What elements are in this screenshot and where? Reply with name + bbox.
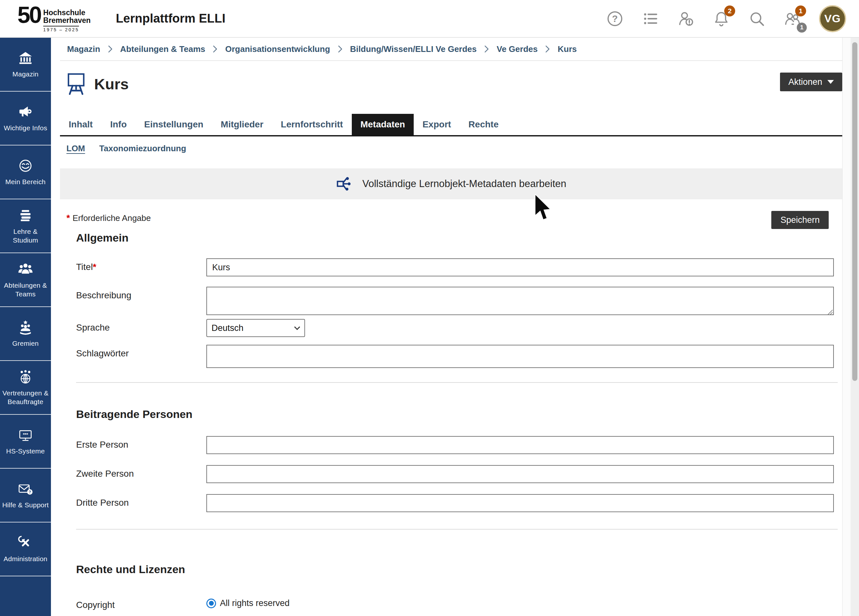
todo-list-icon[interactable] bbox=[642, 10, 659, 27]
logo-line2: Bremerhaven bbox=[43, 17, 91, 25]
allgemein-form: Titel* Beschreibung Sprache Deutsch bbox=[66, 258, 842, 368]
tab-export[interactable]: Export bbox=[414, 114, 460, 135]
logo-line1: Hochschule bbox=[43, 9, 91, 17]
sidebar-item-magazin[interactable]: Magazin bbox=[0, 38, 51, 92]
breadcrumb-link[interactable]: Organisationsentwicklung bbox=[225, 44, 330, 54]
page-title: Kurs bbox=[94, 75, 129, 93]
breadcrumb-link[interactable]: Kurs bbox=[558, 44, 576, 54]
sidebar-item-hilfe-support[interactable]: ? Hilfe & Support bbox=[0, 469, 51, 522]
people-group-icon bbox=[17, 261, 34, 277]
sidebar-item-abteilungen-teams[interactable]: Abteilungen & Teams bbox=[0, 253, 51, 307]
logo-50: 50 bbox=[17, 5, 41, 25]
committee-icon bbox=[17, 319, 34, 335]
books-icon bbox=[17, 207, 34, 224]
breadcrumb-link[interactable]: Abteilungen & Teams bbox=[120, 44, 205, 54]
tools-icon bbox=[17, 535, 34, 551]
form-row-titel: Titel* bbox=[66, 258, 842, 277]
section-divider bbox=[76, 529, 838, 530]
beitragende-form: Erste Person Zweite Person Dritte Person bbox=[66, 436, 842, 512]
header-icon-bar: ? bbox=[606, 5, 859, 32]
contacts-icon[interactable]: 1 1 bbox=[784, 10, 801, 27]
mail-question-icon: ? bbox=[17, 481, 34, 497]
sidebar-item-hs-systeme[interactable]: *** HS-Systeme bbox=[0, 415, 51, 469]
subtab-taxonomiezuordnung[interactable]: Taxonomiezuordnung bbox=[99, 144, 186, 153]
help-icon[interactable]: ? bbox=[606, 10, 624, 27]
required-star: * bbox=[93, 262, 97, 272]
titel-label: Titel* bbox=[66, 258, 206, 272]
tab-info[interactable]: Info bbox=[102, 114, 136, 135]
form-row-dritte-person: Dritte Person bbox=[66, 494, 842, 512]
save-button[interactable]: Speichern bbox=[771, 211, 829, 229]
sprache-label: Sprache bbox=[66, 319, 206, 333]
subtab-lom[interactable]: LOM bbox=[66, 144, 85, 153]
notifications-bell-icon[interactable]: 2 bbox=[712, 10, 730, 27]
tab-mitglieder[interactable]: Mitglieder bbox=[212, 114, 272, 135]
sidebar-item-gremien[interactable]: Gremien bbox=[0, 307, 51, 361]
beschreibung-textarea[interactable] bbox=[206, 287, 834, 315]
smiley-icon bbox=[17, 158, 34, 174]
main-content: Magazin Abteilungen & Teams Organisation… bbox=[51, 38, 842, 616]
university-logo: 50 Hochschule Bremerhaven 1975 – 2025 bbox=[17, 5, 91, 33]
sidebar-item-lehre-studium[interactable]: Lehre & Studium bbox=[0, 199, 51, 253]
tab-metadaten[interactable]: Metadaten bbox=[352, 114, 414, 135]
section-heading-beitragende: Beitragende Personen bbox=[76, 408, 842, 421]
dritte-person-input[interactable] bbox=[206, 494, 834, 512]
copyright-label: Copyright bbox=[66, 596, 206, 610]
titel-input[interactable] bbox=[206, 258, 834, 277]
schlagwoerter-input[interactable] bbox=[206, 345, 834, 368]
actions-button[interactable]: Aktionen bbox=[780, 73, 842, 91]
app-title: Lernplattform ELLI bbox=[116, 12, 225, 25]
required-note: Erforderliche Angabe bbox=[73, 213, 151, 223]
form-row-beschreibung: Beschreibung bbox=[66, 287, 842, 316]
banner-label: Vollständige Lernobjekt-Metadaten bearbe… bbox=[362, 178, 567, 190]
avatar[interactable]: VG bbox=[819, 5, 846, 32]
form-row-schlagwoerter: Schlagwörter bbox=[66, 345, 842, 368]
user-alert-icon[interactable] bbox=[677, 10, 695, 27]
logo-years: 1975 – 2025 bbox=[43, 26, 79, 32]
sidebar: Magazin Wichtige Infos Mein Bereich Lehr… bbox=[0, 38, 51, 616]
svg-text:?: ? bbox=[29, 490, 31, 494]
form-row-sprache: Sprache Deutsch bbox=[66, 319, 842, 337]
course-easel-icon bbox=[66, 73, 86, 95]
copyright-radio[interactable] bbox=[206, 599, 216, 608]
tab-rechte[interactable]: Rechte bbox=[460, 114, 507, 135]
breadcrumb: Magazin Abteilungen & Teams Organisation… bbox=[60, 38, 842, 61]
monitor-icon: *** bbox=[17, 427, 34, 443]
required-star: * bbox=[66, 213, 70, 223]
erste-person-input[interactable] bbox=[206, 436, 834, 454]
sprache-select[interactable]: Deutsch bbox=[206, 319, 305, 337]
dritte-person-label: Dritte Person bbox=[66, 494, 206, 508]
sidebar-item-administration[interactable]: Administration bbox=[0, 522, 51, 576]
chevron-right-icon bbox=[484, 45, 489, 53]
megaphone-icon bbox=[17, 104, 34, 120]
tab-einstellungen[interactable]: Einstellungen bbox=[136, 114, 212, 135]
scrollbar-thumb[interactable] bbox=[852, 42, 857, 381]
scrollbar-strip bbox=[842, 38, 859, 616]
copyright-option-label: All rights reserved bbox=[220, 598, 290, 608]
sidebar-item-mein-bereich[interactable]: Mein Bereich bbox=[0, 145, 51, 199]
svg-text:***: *** bbox=[23, 433, 28, 437]
page: 50 Hochschule Bremerhaven 1975 – 2025 Le… bbox=[0, 0, 859, 616]
beschreibung-label: Beschreibung bbox=[66, 287, 206, 300]
breadcrumb-link[interactable]: Bildung/Wissen/ELLI Ve Gerdes bbox=[350, 44, 477, 54]
svg-text:?: ? bbox=[612, 13, 618, 23]
subtab-bar: LOM Taxonomiezuordnung bbox=[66, 144, 842, 153]
tab-lernfortschritt[interactable]: Lernfortschritt bbox=[272, 114, 352, 135]
zweite-person-label: Zweite Person bbox=[66, 465, 206, 479]
chevron-right-icon bbox=[338, 45, 342, 53]
section-heading-rechte: Rechte und Lizenzen bbox=[76, 563, 842, 576]
edit-full-metadata-link[interactable]: Vollständige Lernobjekt-Metadaten bearbe… bbox=[60, 168, 842, 199]
bank-icon bbox=[17, 50, 34, 66]
contacts-badge-bottom: 1 bbox=[797, 23, 807, 33]
search-icon[interactable] bbox=[748, 10, 765, 27]
breadcrumb-link[interactable]: Magazin bbox=[67, 44, 100, 54]
chevron-right-icon bbox=[213, 45, 217, 53]
breadcrumb-link[interactable]: Ve Gerdes bbox=[497, 44, 537, 54]
zweite-person-input[interactable] bbox=[206, 465, 834, 483]
schlagwoerter-label: Schlagwörter bbox=[66, 345, 206, 359]
tab-inhalt[interactable]: Inhalt bbox=[60, 114, 102, 135]
tab-bar: Inhalt Info Einstellungen Mitglieder Ler… bbox=[60, 114, 842, 136]
sidebar-item-wichtige-infos[interactable]: Wichtige Infos bbox=[0, 92, 51, 145]
metadata-nodes-icon bbox=[336, 175, 354, 193]
sidebar-item-vertretungen[interactable]: Vertretungen & Beauftragte bbox=[0, 361, 51, 415]
